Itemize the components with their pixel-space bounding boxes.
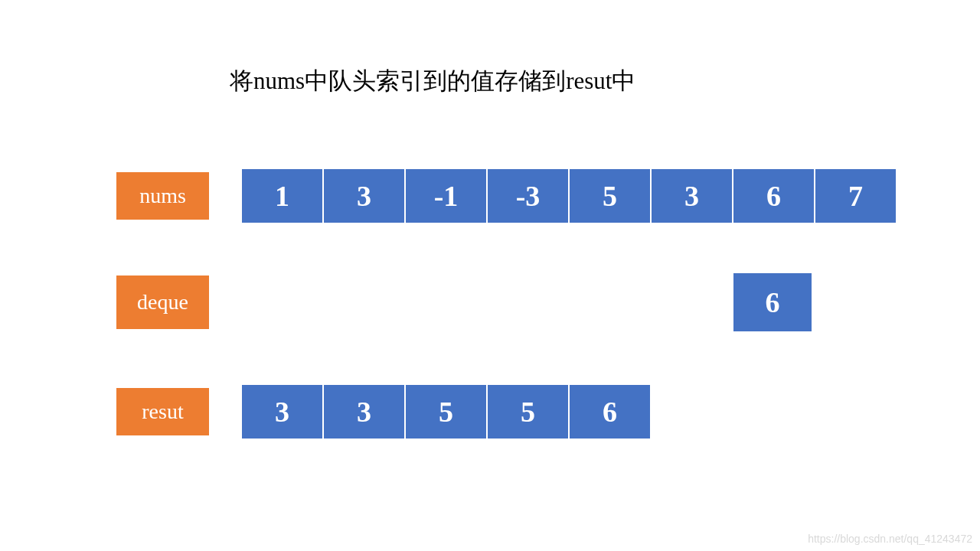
resut-cell: 3 xyxy=(323,384,405,439)
resut-label: resut xyxy=(115,386,211,437)
deque-cells: 6 xyxy=(733,272,812,332)
deque-label: deque xyxy=(115,274,211,331)
resut-row: resut 3 3 5 5 6 xyxy=(115,384,651,439)
nums-cells: 1 3 -1 -3 5 3 6 7 xyxy=(241,168,897,223)
resut-cells: 3 3 5 5 6 xyxy=(241,384,651,439)
nums-cell: -1 xyxy=(405,168,487,223)
nums-cell: -3 xyxy=(487,168,569,223)
resut-cell: 5 xyxy=(405,384,487,439)
nums-cell: 7 xyxy=(815,168,897,223)
nums-cell: 1 xyxy=(241,168,323,223)
nums-cell: 3 xyxy=(323,168,405,223)
resut-cell: 6 xyxy=(569,384,651,439)
resut-cell: 5 xyxy=(487,384,569,439)
nums-cell: 6 xyxy=(733,168,815,223)
watermark: https://blog.csdn.net/qq_41243472 xyxy=(808,533,972,545)
diagram-title: 将nums中队头索引到的值存储到resut中 xyxy=(230,65,635,97)
nums-label: nums xyxy=(115,171,211,221)
deque-row: deque 6 xyxy=(115,272,812,332)
deque-cell: 6 xyxy=(733,272,812,332)
nums-cell: 5 xyxy=(569,168,651,223)
nums-row: nums 1 3 -1 -3 5 3 6 7 xyxy=(115,168,897,223)
nums-cell: 3 xyxy=(651,168,733,223)
resut-cell: 3 xyxy=(241,384,323,439)
